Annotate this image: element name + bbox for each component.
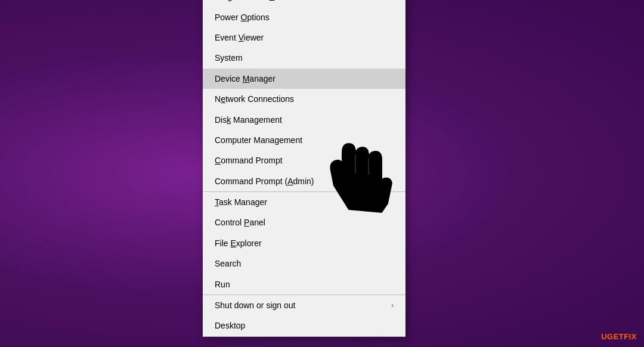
watermark: UGETFIX [601,332,637,341]
menu-item-command-prompt-admin[interactable]: Command Prompt (Admin) [203,171,405,191]
menu-item-event-viewer[interactable]: Event Viewer [203,27,405,48]
menu-item-desktop[interactable]: Desktop [203,315,405,336]
menu-item-command-prompt[interactable]: Command Prompt [203,150,405,171]
menu-item-computer-management[interactable]: Computer Management [203,130,405,150]
menu-item-search[interactable]: Search [203,253,405,274]
context-menu: Programs and Features Power Options Even… [203,0,405,337]
menu-item-shut-down[interactable]: Shut down or sign out › [203,295,405,315]
shut-down-label: Shut down or sign out [215,299,295,312]
watermark-highlight: ET [614,332,624,341]
menu-item-file-explorer[interactable]: File Explorer [203,233,405,253]
menu-item-power-options[interactable]: Power Options [203,7,405,27]
submenu-arrow-icon: › [391,300,394,311]
watermark-prefix: UG [601,332,614,341]
menu-item-control-panel[interactable]: Control Panel [203,212,405,233]
menu-item-programs-features[interactable]: Programs and Features [203,0,405,7]
menu-item-system[interactable]: System [203,48,405,68]
watermark-suffix: FIX [624,332,637,341]
menu-section-1: Programs and Features Power Options Even… [203,0,405,192]
menu-section-2: Task Manager Control Panel File Explorer… [203,192,405,295]
menu-item-task-manager[interactable]: Task Manager [203,192,405,212]
menu-item-device-manager[interactable]: Device Manager [203,69,405,89]
menu-item-network-connections[interactable]: Network Connections [203,89,405,109]
menu-section-3: Shut down or sign out › Desktop [203,295,405,337]
menu-item-run[interactable]: Run [203,274,405,295]
menu-item-disk-management[interactable]: Disk Management [203,110,405,130]
